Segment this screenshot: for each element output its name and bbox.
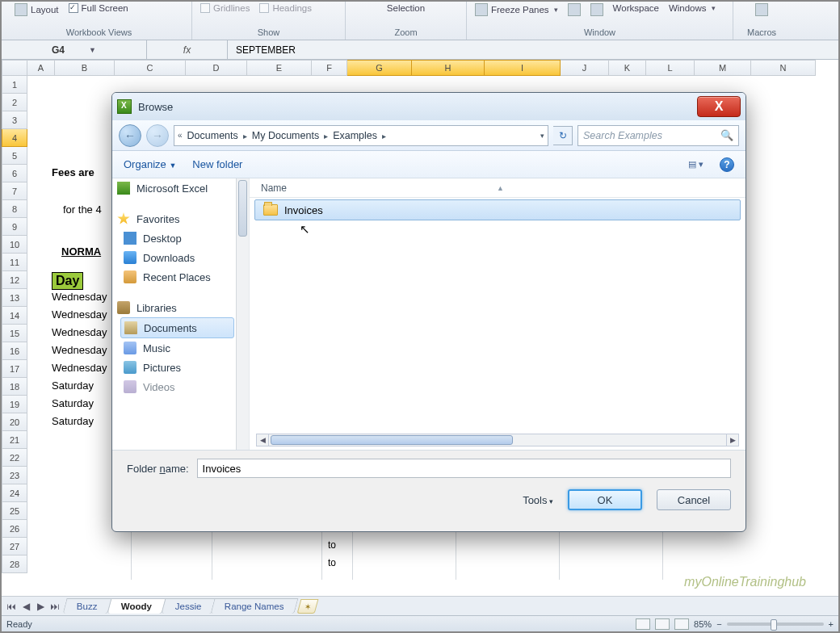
help-button[interactable]: ? <box>720 157 734 172</box>
folder-name-input[interactable] <box>197 459 731 478</box>
row-header-20[interactable]: 20 <box>2 413 27 431</box>
gridlines-checkbox[interactable]: Gridlines <box>200 3 250 13</box>
row-header-1[interactable]: 1 <box>2 76 27 94</box>
row-header-4[interactable]: 4 <box>2 129 27 147</box>
view-normal-button[interactable] <box>636 618 650 630</box>
new-sheet-button[interactable]: ✶ <box>296 599 318 614</box>
col-header-L[interactable]: L <box>646 60 695 76</box>
row-header-19[interactable]: 19 <box>2 396 27 413</box>
fullscreen-checkbox[interactable]: Full Screen <box>69 3 128 13</box>
col-header-H[interactable]: H <box>412 60 485 76</box>
search-input[interactable]: Search Examples 🔍 <box>578 125 739 146</box>
row-header-24[interactable]: 24 <box>2 484 27 502</box>
col-header-J[interactable]: J <box>561 60 609 76</box>
tab-nav-next[interactable]: ▶ <box>34 600 47 613</box>
row-header-27[interactable]: 27 <box>2 538 27 555</box>
view-pagebreak-button[interactable] <box>674 618 689 630</box>
row-header-15[interactable]: 15 <box>2 325 27 342</box>
fx-icon[interactable]: fx <box>147 40 228 59</box>
headings-checkbox[interactable]: Headings <box>259 3 312 13</box>
sheet-tab-range-names[interactable]: Range Names <box>211 598 299 614</box>
cancel-button[interactable]: Cancel <box>657 489 731 510</box>
row-header-9[interactable]: 9 <box>2 218 27 236</box>
row-header-17[interactable]: 17 <box>2 360 27 378</box>
sidebar-item-libraries[interactable]: Libraries <box>112 298 249 317</box>
sidebar-item-favorites[interactable]: Favorites <box>112 209 249 228</box>
list-header-name[interactable]: Name▲ <box>250 178 746 198</box>
name-box[interactable]: G4▼ <box>2 40 147 59</box>
col-header-B[interactable]: B <box>55 60 115 76</box>
row-header-14[interactable]: 14 <box>2 307 27 325</box>
ok-button[interactable]: OK <box>568 489 642 510</box>
refresh-button[interactable]: ↻ <box>553 126 573 145</box>
split-button[interactable] <box>568 3 581 16</box>
row-header-2[interactable]: 2 <box>2 94 27 111</box>
windows-button[interactable]: Windows <box>669 3 716 13</box>
macros-icon[interactable] <box>755 3 768 16</box>
col-header-F[interactable]: F <box>312 60 347 76</box>
row-header-11[interactable]: 11 <box>2 254 27 271</box>
col-header-C[interactable]: C <box>115 60 186 76</box>
sidebar-item-excel[interactable]: Microsoft Excel <box>112 178 249 198</box>
organize-menu[interactable]: Organize ▼ <box>124 158 176 170</box>
sidebar-scrollbar[interactable] <box>236 178 249 450</box>
tab-nav-prev[interactable]: ◀ <box>19 600 32 613</box>
sidebar-item-pictures[interactable]: Pictures <box>112 358 249 377</box>
col-header-K[interactable]: K <box>609 60 646 76</box>
row-header-28[interactable]: 28 <box>2 555 27 573</box>
zoom-selection-button[interactable]: Selection <box>387 3 425 13</box>
workspace-button[interactable]: Workspace <box>613 3 659 13</box>
close-button[interactable]: X <box>697 96 741 117</box>
view-options-button[interactable]: ▤ ▾ <box>688 159 704 170</box>
list-hscrollbar[interactable]: ◀▶ <box>256 434 739 446</box>
row-header-25[interactable]: 25 <box>2 502 27 520</box>
sheet-tab-buzz[interactable]: Buzz <box>62 598 111 614</box>
zoom-slider[interactable] <box>727 623 824 626</box>
tools-menu[interactable]: Tools <box>523 494 553 506</box>
row-header-5[interactable]: 5 <box>2 147 27 165</box>
dialog-titlebar[interactable]: Browse X <box>112 93 746 120</box>
zoom-in-button[interactable]: + <box>829 619 834 629</box>
row-header-3[interactable]: 3 <box>2 111 27 129</box>
col-header-I[interactable]: I <box>485 60 561 76</box>
row-header-6[interactable]: 6 <box>2 165 27 182</box>
zoom-out-button[interactable]: − <box>716 619 721 629</box>
freeze-panes-button[interactable]: Freeze Panes <box>475 3 558 16</box>
sidebar-item-videos[interactable]: Videos <box>112 377 249 396</box>
col-header-N[interactable]: N <box>751 60 816 76</box>
tab-nav-first[interactable]: ⏮ <box>5 600 18 613</box>
sidebar-item-documents[interactable]: Documents <box>120 317 234 338</box>
row-header-23[interactable]: 23 <box>2 467 27 484</box>
tab-nav-last[interactable]: ⏭ <box>48 600 61 613</box>
sheet-tab-woody[interactable]: Woody <box>107 598 166 614</box>
row-header-18[interactable]: 18 <box>2 378 27 396</box>
row-header-8[interactable]: 8 <box>2 200 27 218</box>
forward-button[interactable]: → <box>146 124 169 147</box>
arrange-button[interactable] <box>590 3 603 16</box>
view-pagelayout-button[interactable] <box>655 618 670 630</box>
row-header-13[interactable]: 13 <box>2 289 27 307</box>
row-header-12[interactable]: 12 <box>2 271 27 289</box>
formula-value[interactable]: SEPTEMBER <box>228 44 296 56</box>
row-header-10[interactable]: 10 <box>2 236 27 254</box>
back-button[interactable]: ← <box>119 124 141 147</box>
col-header-A[interactable]: A <box>27 60 55 76</box>
new-folder-button[interactable]: New folder <box>192 158 242 170</box>
layout-button[interactable]: Layout <box>15 3 59 16</box>
col-header-M[interactable]: M <box>695 60 751 76</box>
sidebar-item-desktop[interactable]: Desktop <box>112 228 249 248</box>
sidebar-item-downloads[interactable]: Downloads <box>112 248 249 267</box>
col-header-E[interactable]: E <box>247 60 312 76</box>
col-header-D[interactable]: D <box>186 60 247 76</box>
row-header-21[interactable]: 21 <box>2 431 27 449</box>
row-header-26[interactable]: 26 <box>2 520 27 538</box>
sheet-tab-jessie[interactable]: Jessie <box>161 598 216 614</box>
col-header-G[interactable]: G <box>347 60 412 76</box>
sidebar-item-recent[interactable]: Recent Places <box>112 267 249 287</box>
row-header-7[interactable]: 7 <box>2 182 27 200</box>
breadcrumb[interactable]: « Documents My Documents Examples ▾ <box>174 125 548 146</box>
row-header-22[interactable]: 22 <box>2 449 27 467</box>
sidebar-item-music[interactable]: Music <box>112 338 249 358</box>
row-header-16[interactable]: 16 <box>2 342 27 360</box>
list-item[interactable]: Invoices <box>254 199 741 220</box>
